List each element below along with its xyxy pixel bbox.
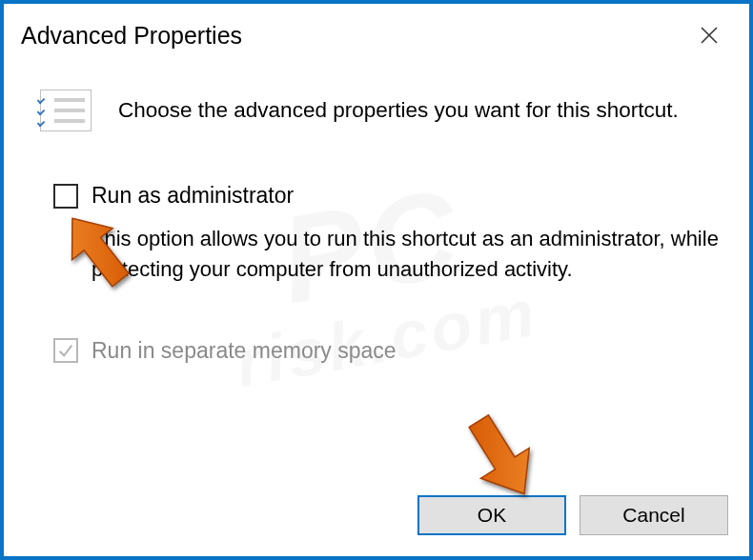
intro-row: Choose the advanced properties you want … (40, 90, 722, 131)
dialog-title: Advanced Properties (21, 22, 242, 50)
dialog-content: Choose the advanced properties you want … (8, 72, 745, 480)
separate-memory-label: Run in separate memory space (92, 338, 397, 364)
separate-memory-checkbox (53, 338, 78, 363)
dialog-window: PC risk.com Advanced Properties Choose t… (0, 0, 753, 560)
cancel-button[interactable]: Cancel (580, 495, 728, 535)
cancel-button-label: Cancel (622, 504, 684, 527)
option-run-as-admin: Run as administrator This option allows … (53, 183, 722, 285)
close-button[interactable] (686, 12, 732, 58)
option-separate-memory: Run in separate memory space (53, 338, 722, 364)
intro-text: Choose the advanced properties you want … (118, 98, 679, 123)
properties-icon (40, 90, 92, 131)
run-as-admin-label: Run as administrator (92, 183, 294, 209)
run-as-admin-description: This option allows you to run this short… (92, 224, 721, 285)
ok-button[interactable]: OK (417, 495, 566, 535)
close-icon (700, 26, 719, 45)
titlebar: Advanced Properties (8, 8, 745, 63)
run-as-admin-checkbox[interactable] (53, 184, 78, 209)
ok-button-label: OK (478, 504, 506, 527)
dialog-buttons: OK Cancel (417, 495, 728, 535)
